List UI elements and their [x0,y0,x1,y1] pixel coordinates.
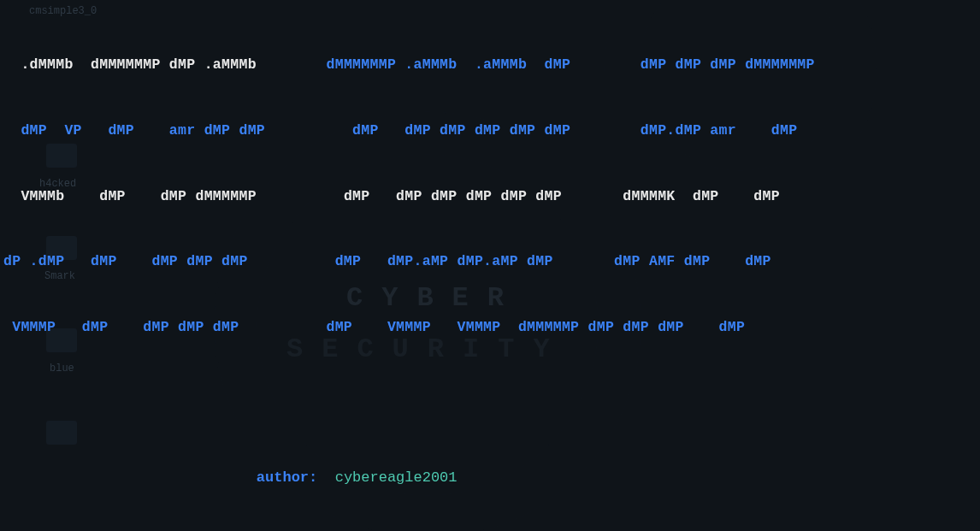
author-value: cybereagle2001 [335,469,458,486]
author-label: author: [257,469,317,486]
ascii-art-banner: .dMMMb dMMMMMMP dMP .aMMMb dMMMMMMP .aMM… [3,10,977,382]
script-info: author: cybereagle2001 e-mail: cybereagl… [3,423,977,531]
terminal-content: .dMMMb dMMMMMMP dMP .aMMMb dMMMMMMP .aMM… [0,0,980,531]
